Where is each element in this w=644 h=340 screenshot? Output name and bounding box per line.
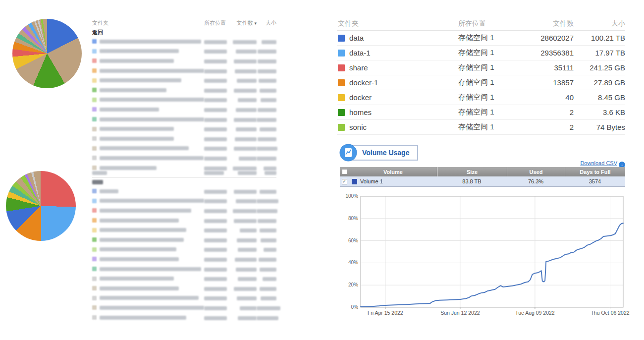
folder-row[interactable]: docker存储空间 1408.45 GB bbox=[337, 90, 625, 105]
folder-row-redacted[interactable] bbox=[92, 56, 276, 66]
folder-name: data-1 bbox=[349, 49, 371, 57]
folder-row[interactable]: data存储空间 128602027100.21 TB bbox=[337, 31, 625, 46]
back-row-redacted[interactable] bbox=[92, 178, 276, 186]
column-size-redacted bbox=[257, 170, 276, 175]
folder-location: 存储空间 1 bbox=[452, 63, 513, 72]
folder-row-redacted[interactable] bbox=[92, 235, 276, 245]
folder-row-redacted[interactable] bbox=[92, 124, 276, 134]
y-axis-tick-label: 100% bbox=[345, 193, 358, 199]
usage-line-chart-svg: Fri Apr 15 2022Sun Jun 12 2022Tue Aug 09… bbox=[336, 192, 640, 319]
folder-size: 8.45 GB bbox=[574, 93, 625, 102]
folder-usage-pie-chart-top[interactable] bbox=[12, 19, 82, 88]
folder-row-redacted[interactable] bbox=[92, 264, 276, 274]
folder-name: docker-1 bbox=[349, 78, 378, 87]
column-volume-size[interactable]: Size bbox=[437, 167, 507, 176]
column-folder-redacted bbox=[92, 170, 204, 175]
folder-row[interactable]: share存储空间 135111241.25 GB bbox=[337, 60, 625, 75]
folder-size: 241.25 GB bbox=[574, 63, 625, 72]
folder-name: share bbox=[349, 63, 368, 72]
volume-name: Volume 1 bbox=[360, 178, 383, 184]
column-count[interactable]: 文件数▾ bbox=[232, 19, 257, 27]
folder-location: 存储空间 1 bbox=[452, 33, 513, 43]
folder-name: homes bbox=[349, 108, 372, 116]
folder-file-count: 2 bbox=[513, 108, 574, 116]
folder-usage-pie-chart-bottom[interactable] bbox=[6, 171, 76, 241]
column-count[interactable]: 文件数 bbox=[513, 19, 574, 28]
volume-checkbox[interactable]: ✓ bbox=[342, 179, 347, 184]
column-location-redacted bbox=[204, 170, 232, 175]
folder-row-redacted[interactable] bbox=[92, 134, 276, 144]
column-folder[interactable]: 文件夹 bbox=[92, 19, 204, 27]
select-all-checkbox[interactable] bbox=[340, 167, 349, 176]
storage-analyzer-screen: 文件夹 所在位置 文件数▾ 大小 返回 文件夹 所在位置 文件数 大小 da bbox=[0, 0, 644, 340]
folder-table: 文件夹 所在位置 文件数 大小 data存储空间 128602027100.21… bbox=[337, 17, 625, 135]
folder-row-redacted[interactable] bbox=[92, 37, 276, 47]
column-size[interactable]: 大小 bbox=[574, 19, 625, 28]
folder-row-redacted[interactable] bbox=[92, 47, 276, 57]
x-axis-tick-label: Tue Aug 09 2022 bbox=[515, 310, 555, 316]
folder-color-swatch bbox=[338, 35, 345, 42]
folder-row-redacted[interactable] bbox=[92, 75, 276, 85]
folder-row-redacted[interactable] bbox=[92, 196, 276, 206]
folder-color-swatch bbox=[338, 79, 345, 86]
column-location[interactable]: 所在位置 bbox=[204, 19, 232, 27]
column-volume[interactable]: Volume bbox=[349, 167, 437, 176]
folder-row-redacted[interactable] bbox=[92, 144, 276, 154]
folder-file-count: 2 bbox=[513, 123, 574, 131]
folder-file-count: 29356381 bbox=[513, 49, 574, 57]
folder-size: 74 Bytes bbox=[574, 123, 625, 131]
folder-row-redacted[interactable] bbox=[92, 254, 276, 264]
folder-row[interactable]: data-1存储空间 12935638117.97 TB bbox=[337, 46, 625, 60]
folder-row-redacted[interactable] bbox=[92, 66, 276, 76]
folder-size: 100.21 TB bbox=[574, 34, 625, 42]
volume-usage-title: Volume Usage bbox=[347, 145, 418, 161]
folder-color-swatch bbox=[338, 94, 345, 101]
subfolder-table-bottom bbox=[92, 168, 276, 322]
volume-rows: ✓Volume 183.8 TB76.3%3574 bbox=[340, 176, 625, 187]
folder-name: sonic bbox=[349, 123, 367, 131]
column-count-redacted bbox=[232, 170, 257, 175]
folder-row-redacted[interactable] bbox=[92, 105, 276, 114]
folder-row-redacted[interactable] bbox=[92, 85, 276, 95]
folder-row-redacted[interactable] bbox=[92, 216, 276, 226]
folder-row-redacted[interactable] bbox=[92, 206, 276, 216]
folder-name: docker bbox=[349, 93, 372, 102]
column-used[interactable]: Used bbox=[507, 167, 565, 176]
volume-row[interactable]: ✓Volume 183.8 TB76.3%3574 bbox=[340, 176, 625, 187]
folder-row-redacted[interactable] bbox=[92, 114, 276, 124]
back-link[interactable]: 返回 bbox=[92, 29, 103, 36]
column-folder[interactable]: 文件夹 bbox=[337, 19, 452, 28]
folder-row-redacted[interactable] bbox=[92, 153, 276, 163]
x-axis-tick-label: Thu Oct 06 2022 bbox=[590, 310, 629, 316]
folder-row[interactable]: sonic存储空间 1274 Bytes bbox=[337, 120, 625, 135]
download-csv-link[interactable]: Download CSV bbox=[580, 160, 617, 166]
y-axis-tick-label: 40% bbox=[348, 260, 358, 265]
folder-location: 存储空间 1 bbox=[452, 122, 513, 132]
column-location[interactable]: 所在位置 bbox=[452, 19, 513, 28]
redacted-folder-rows bbox=[92, 186, 276, 322]
folder-size: 3.6 KB bbox=[574, 108, 625, 116]
volume-used: 76.3% bbox=[507, 178, 565, 184]
subfolder-table-top: 文件夹 所在位置 文件数▾ 大小 返回 bbox=[92, 18, 276, 172]
volume-color-swatch bbox=[352, 179, 357, 184]
folder-location: 存储空间 1 bbox=[452, 93, 513, 102]
column-days-to-full[interactable]: Days to Full bbox=[565, 167, 625, 176]
folder-file-count: 13857 bbox=[513, 78, 574, 87]
folder-row-redacted[interactable] bbox=[92, 303, 276, 313]
folder-color-swatch bbox=[338, 50, 345, 57]
y-axis-tick-label: 60% bbox=[348, 238, 358, 243]
back-row: 返回 bbox=[92, 28, 276, 37]
folder-row-redacted[interactable] bbox=[92, 293, 276, 303]
folder-row-redacted[interactable] bbox=[92, 245, 276, 255]
column-count-label: 文件数 bbox=[236, 20, 253, 26]
column-size[interactable]: 大小 bbox=[257, 19, 276, 27]
folder-row-redacted[interactable] bbox=[92, 283, 276, 293]
folder-row[interactable]: docker-1存储空间 11385727.89 GB bbox=[337, 75, 625, 90]
folder-row-redacted[interactable] bbox=[92, 313, 276, 323]
folder-row-redacted[interactable] bbox=[92, 274, 276, 283]
folder-row-redacted[interactable] bbox=[92, 225, 276, 235]
folder-row[interactable]: homes存储空间 123.6 KB bbox=[337, 105, 625, 120]
usage-line-series bbox=[361, 223, 623, 307]
folder-row-redacted[interactable] bbox=[92, 186, 276, 196]
folder-row-redacted[interactable] bbox=[92, 95, 276, 105]
